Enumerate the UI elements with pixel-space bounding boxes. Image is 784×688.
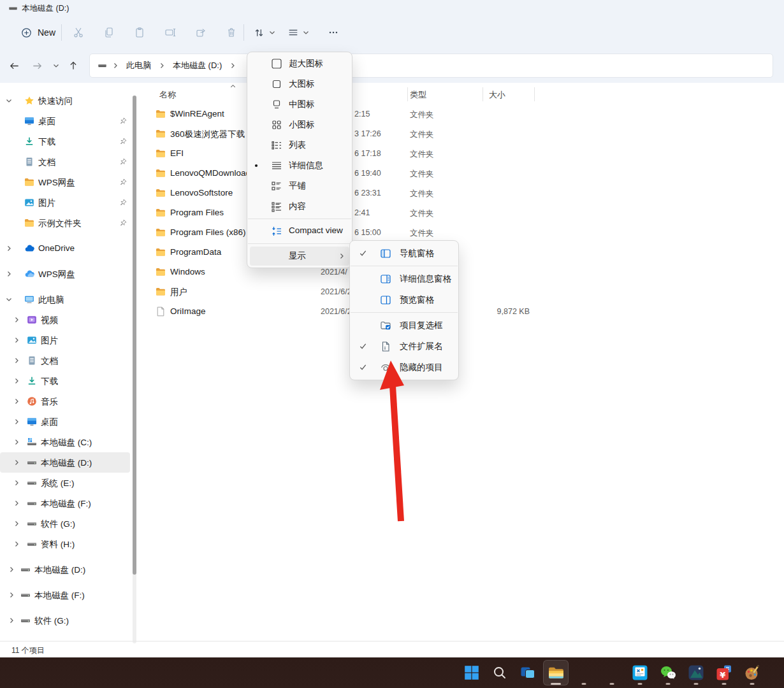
column-header-name[interactable]: 名称 [159,89,176,101]
file-row[interactable]: 用户 2021/6/2 [145,282,784,302]
sidebar-item[interactable]: 音乐 [0,391,130,412]
toolbar-action-button[interactable] [94,22,124,43]
new-button[interactable]: New [13,22,63,43]
sidebar-item[interactable]: 文档 [0,152,130,172]
sidebar-item[interactable]: 视频 [0,310,130,330]
chevron-right-icon[interactable] [5,270,13,278]
chevron-right-icon[interactable] [13,438,20,446]
submenu-item-hidden-items[interactable]: 隐藏的项目 [350,357,458,378]
file-row[interactable]: OriImage 2021/6/2 9,872 KB [145,302,784,322]
column-divider[interactable] [483,87,483,101]
sidebar-item[interactable]: 本地磁盘 (C:) [0,432,130,452]
up-button[interactable] [64,57,82,75]
sidebar-item[interactable]: 软件 (G:) [0,513,130,534]
taskbar-item[interactable] [571,660,597,685]
sidebar-item[interactable]: 图片 [0,192,130,213]
chevron-right-icon[interactable] [8,617,15,624]
menu-item-tiles[interactable]: 平铺 [247,176,352,196]
menu-item-show[interactable]: 显示 [247,246,352,266]
menu-item-extra-large-icons[interactable]: 超大图标 [247,54,352,74]
menu-item-content[interactable]: 内容 [247,196,352,217]
chevron-right-icon[interactable] [13,520,20,527]
forward-button[interactable] [28,57,46,75]
taskbar-item[interactable]: ¥ [711,660,737,685]
toolbar-action-button[interactable] [155,22,185,43]
chevron-right-icon[interactable] [13,336,20,344]
file-row[interactable]: 360极速浏览器下载 3 17:26 文件夹 [145,124,784,144]
toolbar-action-button[interactable] [63,22,94,43]
sidebar-item[interactable]: 本地磁盘 (F:) [0,585,130,605]
sidebar-item[interactable]: 下载 [0,371,130,391]
sidebar-item[interactable]: 下载 [0,131,130,152]
chevron-right-icon[interactable] [13,377,20,385]
taskbar-item[interactable] [459,660,484,685]
sidebar-item[interactable]: 桌面 [0,412,130,432]
taskbar-item[interactable] [627,660,653,685]
sidebar-item[interactable]: 本地磁盘 (D:) [0,559,130,580]
sidebar-item[interactable]: 系统 (E:) [0,473,130,493]
view-button[interactable] [284,22,312,43]
taskbar-item[interactable] [599,660,625,685]
taskbar-item[interactable] [515,660,541,685]
sidebar-item[interactable]: 文档 [0,350,130,371]
file-row[interactable]: LenovoSoftstore 6 23:31 文件夹 [145,183,784,203]
file-row[interactable]: EFI 6 17:18 文件夹 [145,144,784,164]
file-row[interactable]: Program Files 2:41 文件夹 [145,203,784,223]
taskbar-item[interactable] [655,660,681,685]
sidebar-item[interactable]: 本地磁盘 (D:) [0,452,130,473]
sidebar-onedrive[interactable]: OneDrive [0,238,130,259]
sidebar-item[interactable]: 示例文件夹 [0,213,130,233]
chevron-down-icon[interactable] [5,97,13,104]
menu-item-list[interactable]: 列表 [247,135,352,155]
submenu-item-preview-pane[interactable]: 预览窗格 [350,289,458,310]
menu-item-small-icons[interactable]: 小图标 [247,115,352,135]
column-header-size[interactable]: 大小 [489,89,505,101]
chevron-right-icon[interactable] [13,418,20,426]
back-button[interactable] [5,57,23,75]
column-divider[interactable] [534,87,535,101]
more-options-button[interactable] [323,22,344,43]
menu-item-medium-icons[interactable]: 中图标 [247,94,352,115]
sidebar-item[interactable]: 桌面 [0,111,130,131]
chevron-down-icon[interactable] [5,296,13,303]
menu-item-compact-view[interactable]: Compact view [247,221,352,241]
sidebar-item[interactable]: 资料 (H:) [0,534,130,554]
sidebar-this-pc[interactable]: 此电脑 [0,289,130,310]
sidebar-item[interactable]: WPS网盘 [0,172,130,192]
chevron-right-icon[interactable] [13,459,20,466]
taskbar-item[interactable] [683,660,709,685]
breadcrumb-drive-d[interactable]: 本地磁盘 (D:) [170,58,224,73]
chevron-right-icon[interactable] [13,398,20,405]
chevron-right-icon[interactable] [8,566,15,573]
taskbar-item[interactable] [739,660,765,685]
chevron-right-icon[interactable] [5,245,13,252]
chevron-right-icon[interactable] [13,540,20,548]
sidebar-item[interactable]: 图片 [0,330,130,350]
sort-button[interactable] [250,22,279,43]
sidebar-item[interactable]: 软件 (G:) [0,610,130,631]
sidebar-quick-access[interactable]: 快速访问 [0,90,130,111]
submenu-item-item-checkboxes[interactable]: 项目复选框 [350,315,458,336]
menu-item-large-icons[interactable]: 大图标 [247,74,352,94]
taskbar-item[interactable] [543,660,569,685]
sidebar-scrollbar[interactable] [133,96,136,643]
submenu-item-file-extensions[interactable]: 文件扩展名 [350,336,458,357]
breadcrumb[interactable]: 此电脑 本地磁盘 (D:) [89,54,773,78]
taskbar-item[interactable] [487,660,512,685]
file-row[interactable]: Program Files (x86) 6 15:00 文件夹 [145,223,784,243]
chevron-right-icon[interactable] [13,499,20,507]
file-row[interactable]: ProgramData [145,243,784,262]
scrollbar-thumb[interactable] [133,96,136,575]
file-row[interactable]: Windows 2021/4/ [145,262,784,282]
chevron-right-icon[interactable] [13,316,20,324]
recent-pages-button[interactable] [47,57,65,75]
file-row[interactable]: LenovoQMDownload 6 19:40 文件夹 [145,164,784,183]
toolbar-action-button[interactable] [216,22,247,43]
breadcrumb-this-pc[interactable]: 此电脑 [124,58,154,73]
toolbar-action-button[interactable] [124,22,155,43]
column-divider[interactable] [407,87,408,101]
submenu-item-details-pane[interactable]: 详细信息窗格 [350,268,458,289]
submenu-item-navigation-pane[interactable]: 导航窗格 [350,243,458,264]
sidebar-item[interactable]: 本地磁盘 (F:) [0,493,130,513]
column-header-type[interactable]: 类型 [410,89,426,101]
